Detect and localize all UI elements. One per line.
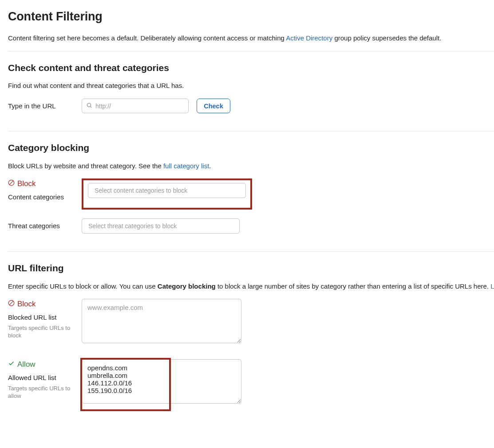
category-blocking-desc-pre: Block URLs by website and threat categor… <box>8 162 162 170</box>
page-title: Content Filtering <box>8 8 494 25</box>
page-intro: Content filtering set here becomes a def… <box>8 33 494 43</box>
blocked-url-list-help: Targets specific URLs to block <box>8 324 82 340</box>
divider <box>8 51 494 52</box>
category-blocking-desc: Block URLs by website and threat categor… <box>8 161 494 171</box>
allowed-url-list-help: Targets specific URLs to allow <box>8 385 82 400</box>
svg-line-3 <box>9 181 13 185</box>
content-categories-label: Content categories <box>8 192 82 202</box>
svg-line-5 <box>9 301 13 305</box>
check-button[interactable]: Check <box>197 99 230 113</box>
section-category-blocking: Category blocking Block URLs by website … <box>8 141 494 234</box>
blocked-url-list-label: Blocked URL list <box>8 313 82 322</box>
section-url-filtering: URL filtering Enter specific URLs to blo… <box>8 262 494 406</box>
check-icon <box>8 359 15 370</box>
intro-text-pre: Content filtering set here becomes a def… <box>8 34 286 42</box>
divider <box>8 131 494 131</box>
block-tag: Block <box>17 178 36 190</box>
block-tag: Block <box>17 299 36 310</box>
category-blocking-desc-post: . <box>209 162 211 170</box>
divider <box>8 251 494 252</box>
allowed-url-textarea[interactable] <box>82 359 241 404</box>
block-icon <box>8 299 15 310</box>
allow-tag: Allow <box>17 359 36 370</box>
check-categories-title: Check content and threat categories <box>8 61 494 75</box>
url-filtering-desc: Enter specific URLs to block or allow. Y… <box>8 281 494 291</box>
active-directory-link[interactable]: Active Directory <box>286 34 332 42</box>
threat-categories-input[interactable] <box>82 218 240 234</box>
url-filtering-desc-mid: to block a large number of sites by cate… <box>216 282 489 290</box>
learn-more-link[interactable]: Lea <box>490 282 494 290</box>
url-filtering-desc-bold: Category blocking <box>158 282 216 290</box>
allowed-url-highlight <box>82 359 241 406</box>
url-check-input[interactable] <box>82 99 189 113</box>
url-filtering-title: URL filtering <box>8 262 494 275</box>
content-categories-input[interactable] <box>88 183 246 198</box>
check-categories-desc: Find out what content and threat categor… <box>8 81 494 91</box>
block-icon <box>8 178 15 190</box>
url-check-label: Type in the URL <box>8 99 82 111</box>
allowed-url-list-label: Allowed URL list <box>8 373 82 383</box>
section-check-categories: Check content and threat categories Find… <box>8 61 494 113</box>
threat-categories-label: Threat categories <box>8 218 82 231</box>
full-category-list-link[interactable]: full category list <box>163 162 209 170</box>
category-blocking-title: Category blocking <box>8 141 494 155</box>
content-categories-highlight <box>82 178 252 210</box>
blocked-url-textarea[interactable] <box>82 299 241 343</box>
intro-text-post: group policy supersedes the default. <box>334 34 441 42</box>
url-filtering-desc-pre: Enter specific URLs to block or allow. Y… <box>8 282 158 290</box>
